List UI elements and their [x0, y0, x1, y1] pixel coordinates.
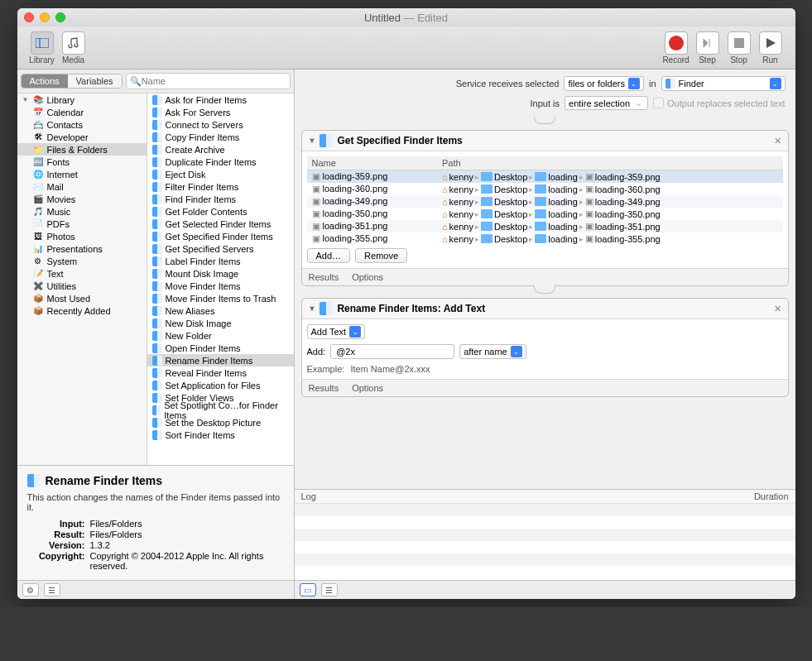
category-item[interactable]: 📄PDFs: [17, 218, 147, 230]
log-view-button[interactable]: ☰: [321, 583, 338, 596]
service-app-select[interactable]: Finder⌄: [661, 76, 786, 91]
rename-mode-select[interactable]: Add Text⌄: [307, 324, 366, 339]
category-item[interactable]: 📅Calendar: [17, 106, 147, 118]
action-item[interactable]: Create Archive: [147, 143, 294, 156]
category-item[interactable]: 📊Presentations: [17, 242, 147, 255]
tab-actions[interactable]: Actions: [22, 74, 68, 88]
list-view-button[interactable]: ☰: [44, 583, 60, 596]
input-is-select[interactable]: entire selection⌄: [565, 96, 648, 110]
library-button[interactable]: Library: [27, 31, 57, 65]
action-item[interactable]: Find Finder Items: [147, 193, 294, 205]
disclosure-triangle-icon[interactable]: ▼: [309, 304, 316, 313]
sidebar-tabs: Actions Variables: [21, 74, 123, 89]
category-item[interactable]: 📦Most Used: [17, 292, 147, 304]
files-table: Name Path ▣ loading-359.png⌂ kenny ▸ Des…: [307, 156, 783, 245]
table-row[interactable]: ▣ loading-350.png⌂ kenny ▸ Desktop ▸ loa…: [307, 208, 783, 220]
log-pane: Log Duration: [295, 489, 795, 580]
action-item[interactable]: Reveal Finder Items: [147, 366, 294, 379]
close-action-icon[interactable]: ✕: [774, 136, 781, 146]
action-item[interactable]: Label Finder Items: [147, 255, 294, 267]
svg-rect-0: [36, 38, 49, 48]
table-row[interactable]: ▣ loading-351.png⌂ kenny ▸ Desktop ▸ loa…: [307, 220, 783, 232]
remove-button[interactable]: Remove: [355, 248, 407, 263]
record-button[interactable]: Record: [661, 31, 691, 65]
action-item[interactable]: Connect to Servers: [147, 118, 294, 131]
table-row[interactable]: ▣ loading-360.png⌂ kenny ▸ Desktop ▸ loa…: [307, 183, 783, 195]
tab-variables[interactable]: Variables: [68, 74, 122, 88]
category-item[interactable]: 🔤Fonts: [17, 156, 147, 168]
category-item[interactable]: 📝Text: [17, 267, 147, 280]
action-item[interactable]: Sort Finder Items: [147, 429, 294, 441]
category-item[interactable]: ✉️Mail: [17, 180, 147, 193]
category-item[interactable]: 📦Recently Added: [17, 304, 147, 317]
disclosure-triangle-icon[interactable]: ▼: [309, 137, 316, 145]
record-icon: [669, 36, 684, 50]
category-item[interactable]: 🖼Photos: [17, 230, 147, 242]
service-input-select[interactable]: files or folders⌄: [564, 76, 643, 91]
step-button[interactable]: Step: [693, 31, 723, 65]
table-row[interactable]: ▣ loading-355.png⌂ kenny ▸ Desktop ▸ loa…: [307, 232, 783, 245]
category-item[interactable]: ⚙System: [17, 255, 147, 267]
category-item[interactable]: 📇Contacts: [17, 118, 147, 131]
add-button[interactable]: Add…: [307, 248, 351, 263]
action-item[interactable]: Get Specified Servers: [147, 242, 294, 255]
action-item[interactable]: New Aliases: [147, 304, 294, 317]
media-button[interactable]: Media: [59, 31, 89, 65]
finder-icon: [320, 134, 333, 147]
action-item[interactable]: Get Folder Contents: [147, 205, 294, 218]
category-item[interactable]: 🛠Developer: [17, 131, 147, 143]
action-item[interactable]: Get Specified Finder Items: [147, 230, 294, 242]
col-name[interactable]: Name: [307, 156, 437, 170]
category-item[interactable]: 📁Files & Folders: [17, 143, 147, 156]
service-receives-label: Service receives selected: [456, 79, 560, 89]
action-item[interactable]: New Disk Image: [147, 317, 294, 329]
run-button[interactable]: Run: [756, 31, 786, 65]
table-row[interactable]: ▣ loading-349.png⌂ kenny ▸ Desktop ▸ loa…: [307, 195, 783, 208]
action-item[interactable]: Set Application for Files: [147, 379, 294, 391]
action-item[interactable]: Duplicate Finder Items: [147, 156, 294, 168]
action-item[interactable]: Copy Finder Items: [147, 131, 294, 143]
action-item[interactable]: Ask For Servers: [147, 106, 294, 118]
log-col[interactable]: Log: [301, 491, 316, 501]
workflow-view-button[interactable]: ▭: [300, 583, 316, 596]
col-path[interactable]: Path: [437, 156, 783, 170]
workflow-canvas[interactable]: ▼ Get Specified Finder Items ✕ Name Path…: [295, 117, 795, 489]
duration-col[interactable]: Duration: [754, 491, 789, 501]
action-item[interactable]: Ask for Finder Items: [147, 93, 294, 106]
search-input[interactable]: 🔍: [126, 73, 291, 89]
stop-button[interactable]: Stop: [724, 31, 754, 65]
finder-icon: [320, 302, 333, 315]
automator-window: Untitled — Edited Library Media Record S…: [17, 8, 795, 599]
info-description: This action changes the names of the Fin…: [27, 492, 284, 512]
options-toggle[interactable]: Options: [352, 272, 383, 282]
category-item[interactable]: 🎬Movies: [17, 193, 147, 205]
category-item[interactable]: ▼📚Library: [17, 93, 147, 106]
action-item[interactable]: Get Selected Finder Items: [147, 218, 294, 230]
close-action-icon[interactable]: ✕: [774, 304, 781, 314]
action-item[interactable]: New Folder: [147, 329, 294, 342]
options-toggle[interactable]: Options: [352, 383, 383, 393]
category-item[interactable]: 🌐Internet: [17, 168, 147, 180]
category-list[interactable]: ▼📚Library📅Calendar📇Contacts🛠Developer📁Fi…: [17, 93, 147, 465]
action-item[interactable]: Move Finder Items: [147, 280, 294, 292]
window-title: Untitled — Edited: [17, 12, 795, 24]
action-list[interactable]: Ask for Finder ItemsAsk For ServersConne…: [147, 93, 294, 465]
settings-button[interactable]: ⚙: [22, 583, 39, 596]
action-item[interactable]: Rename Finder Items: [147, 354, 294, 366]
results-toggle[interactable]: Results: [309, 272, 339, 282]
action-item[interactable]: Filter Finder Items: [147, 180, 294, 193]
action-item[interactable]: Eject Disk: [147, 168, 294, 180]
position-select[interactable]: after name⌄: [459, 344, 526, 359]
action-item[interactable]: Open Finder Items: [147, 342, 294, 354]
category-item[interactable]: 🎵Music: [17, 205, 147, 218]
table-row[interactable]: ▣ loading-359.png⌂ kenny ▸ Desktop ▸ loa…: [307, 170, 783, 184]
results-toggle[interactable]: Results: [309, 383, 339, 393]
svg-rect-2: [734, 38, 744, 48]
category-item[interactable]: ✖️Utilities: [17, 280, 147, 292]
input-is-label: Input is: [531, 98, 560, 108]
action-item[interactable]: Mount Disk Image: [147, 267, 294, 280]
info-title: Rename Finder Items: [46, 474, 163, 487]
action-item[interactable]: Set Spotlight Co…for Finder Items: [147, 404, 294, 416]
action-item[interactable]: Move Finder Items to Trash: [147, 292, 294, 304]
add-text-input[interactable]: [330, 344, 454, 359]
